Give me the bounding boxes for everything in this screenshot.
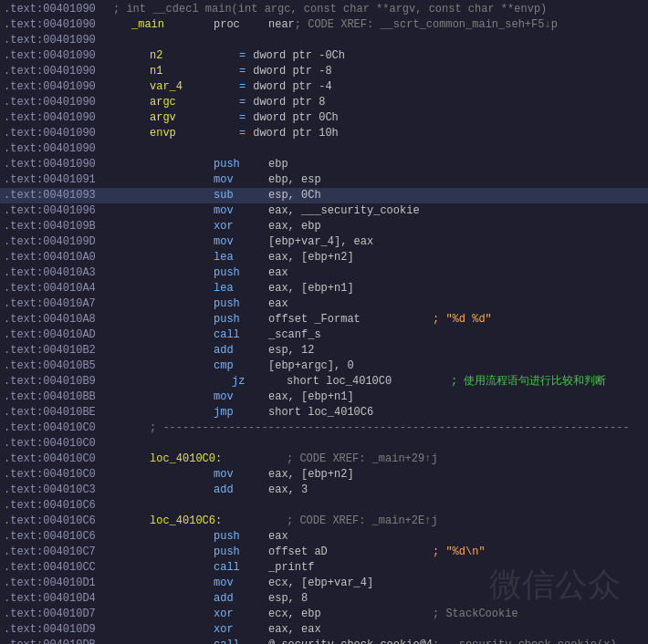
mnemonic: lea [214, 250, 268, 265]
operand: eax, ___security_cookie [268, 203, 433, 219]
directive-eq: = [232, 64, 253, 79]
directive-value: dword ptr 0Ch [253, 110, 339, 126]
operand: eax [268, 529, 433, 545]
comment: ; CODE XREF: __scrt_common_main_seh+F5↓p [295, 17, 558, 33]
mnemonic: call [214, 638, 268, 644]
separator: ; --------------------------------------… [150, 421, 630, 436]
address: .text:00401090 [4, 110, 113, 126]
operand: eax, [ebp+n1] [268, 390, 433, 405]
address: .text:004010BE [4, 405, 113, 421]
operand: [ebp+argc], 0 [268, 358, 433, 374]
directive-value: dword ptr 10h [253, 126, 339, 141]
address: .text:00401090 [4, 64, 113, 79]
code-line: .text:004010B5cmp[ebp+argc], 0 [0, 358, 648, 374]
code-line: .text:00401096moveax, ___security_cookie [0, 203, 648, 219]
mnemonic: mov [214, 576, 268, 591]
directive-eq: = [232, 48, 253, 64]
operand: ebp, esp [268, 172, 433, 188]
code-line: .text:00401090n2=dword ptr -0Ch [0, 48, 648, 64]
mnemonic: add [214, 591, 268, 607]
mnemonic: jmp [214, 405, 268, 421]
comment: ; __security_check_cookie(x) [433, 638, 617, 644]
mnemonic: push [214, 265, 268, 281]
code-line: .text:004010C0loc_4010C0:; CODE XREF: _m… [0, 452, 648, 467]
code-line: .text:004010D9xoreax, eax [0, 622, 648, 638]
operand: ecx, [ebp+var_4] [268, 576, 433, 591]
code-line: .text:004010C6 [0, 498, 648, 514]
directive-label: n1 [150, 64, 232, 79]
operand: eax, [ebp+n2] [268, 250, 433, 265]
directive-label: argv [150, 110, 232, 126]
mnemonic: mov [214, 234, 268, 250]
address: .text:00401090 [4, 17, 113, 33]
directive-label: var_4 [150, 79, 232, 95]
directive-label: envp [150, 126, 232, 141]
address: .text:004010C0 [4, 452, 113, 467]
mnemonic: proc [214, 17, 268, 33]
address: .text:00401091 [4, 172, 113, 188]
mnemonic: add [214, 343, 268, 358]
operand: _printf [268, 560, 433, 576]
code-line: .text:004010D1movecx, [ebp+var_4] [0, 576, 648, 591]
mnemonic: xor [214, 622, 268, 638]
address: .text:00401090 [4, 157, 113, 172]
code-line: .text:004010D7xorecx, ebp; StackCookie [0, 607, 648, 622]
code-line: .text:004010B9jzshort loc_4010C0; 使用流程语句… [0, 374, 648, 390]
address: .text:004010A3 [4, 265, 113, 281]
directive-eq: = [232, 79, 253, 95]
code-line: .text:004010DBcall@_security_check_cooki… [0, 638, 648, 644]
operand: ecx, ebp [268, 607, 433, 622]
address: .text:004010D1 [4, 576, 113, 591]
operand: eax, [ebp+n1] [268, 281, 433, 296]
mnemonic: cmp [214, 358, 268, 374]
code-line: .text:004010A7pusheax [0, 296, 648, 312]
operand: near [268, 17, 295, 33]
code-line: .text:004010BEjmpshort loc_4010C6 [0, 405, 648, 421]
address: .text:00401090 [4, 95, 113, 110]
operand: ebp [268, 157, 433, 172]
mnemonic: mov [214, 467, 268, 483]
address: .text:004010A0 [4, 250, 113, 265]
directive-value: dword ptr -8 [253, 64, 331, 79]
directive-value: dword ptr 8 [253, 95, 325, 110]
operand: eax, ebp [268, 219, 433, 234]
directive-eq: = [232, 95, 253, 110]
operand: [ebp+var_4], eax [268, 234, 433, 250]
operand: esp, 12 [268, 343, 433, 358]
code-line: .text:0040109Dmov[ebp+var_4], eax [0, 234, 648, 250]
code-line: .text:004010A4leaeax, [ebp+n1] [0, 281, 648, 296]
address: .text:004010C6 [4, 529, 113, 545]
mnemonic: push [214, 529, 268, 545]
address: .text:004010C0 [4, 421, 113, 436]
code-line: .text:004010C7pushoffset aD; "%d\n" [0, 545, 648, 560]
code-line: .text:004010D4addesp, 8 [0, 591, 648, 607]
address: .text:004010AD [4, 327, 113, 343]
address: .text:00401090 [4, 33, 113, 48]
address: .text:004010A8 [4, 312, 113, 327]
mnemonic: mov [214, 203, 268, 219]
mnemonic: mov [214, 172, 268, 188]
operand: eax, eax [268, 622, 433, 638]
address: .text:004010C6 [4, 498, 113, 514]
address: .text:0040109D [4, 234, 113, 250]
code-line: .text:00401091movebp, esp [0, 172, 648, 188]
operand: eax [268, 265, 433, 281]
address: .text:004010D7 [4, 607, 113, 622]
code-line: .text:004010C0 [0, 436, 648, 452]
code-line: .text:00401090 [0, 141, 648, 157]
code-line: .text:00401090pushebp [0, 157, 648, 172]
address: .text:004010D4 [4, 591, 113, 607]
code-line: .text:00401090argv=dword ptr 0Ch [0, 110, 648, 126]
code-line: .text:00401090var_4=dword ptr -4 [0, 79, 648, 95]
comment: ; "%d\n" [433, 545, 486, 560]
code-line: .text:00401090argc=dword ptr 8 [0, 95, 648, 110]
operand: offset aD [268, 545, 433, 560]
address: .text:00401093 [4, 188, 113, 203]
operand: @_security_check_cookie@4 [268, 638, 433, 644]
address: .text:004010A7 [4, 296, 113, 312]
address: .text:004010A4 [4, 281, 113, 296]
address: .text:00401096 [4, 203, 113, 219]
code-line: .text:004010C3addeax, 3 [0, 483, 648, 498]
mnemonic: lea [214, 281, 268, 296]
code-label: loc_4010C6: [150, 514, 287, 529]
